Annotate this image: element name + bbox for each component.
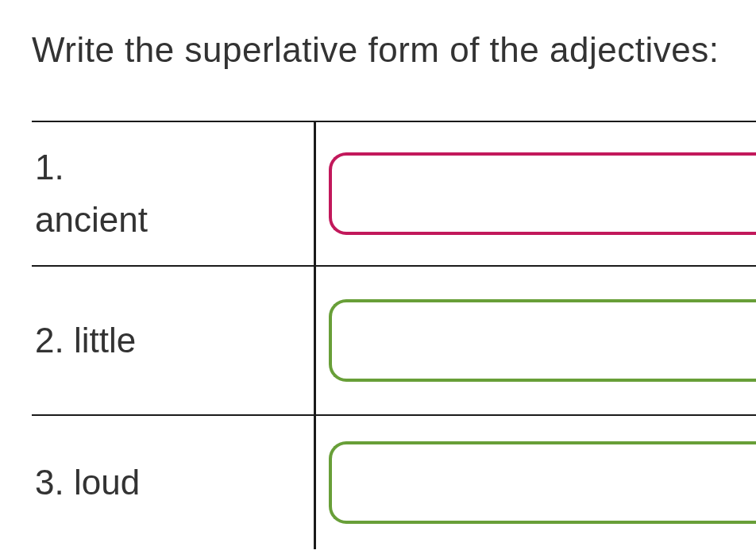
table-row: 2. little: [32, 265, 756, 414]
prompt-cell: 2. little: [32, 267, 316, 414]
prompt-cell: 3. loud: [32, 416, 316, 549]
exercise-table: 1. ancient 2. little 3. loud: [32, 121, 756, 549]
prompt-label: 1. ancient: [35, 141, 148, 246]
prompt-cell: 1. ancient: [32, 122, 316, 265]
answer-input[interactable]: [329, 152, 756, 235]
answer-cell: [316, 122, 756, 265]
instruction-text: Write the superlative form of the adject…: [32, 30, 756, 70]
prompt-label: 2. little: [35, 314, 136, 367]
answer-input[interactable]: [329, 441, 756, 524]
table-row: 3. loud: [32, 414, 756, 549]
prompt-label: 3. loud: [35, 456, 140, 509]
answer-cell: [316, 416, 756, 549]
answer-cell: [316, 267, 756, 414]
table-row: 1. ancient: [32, 121, 756, 265]
answer-input[interactable]: [329, 299, 756, 382]
